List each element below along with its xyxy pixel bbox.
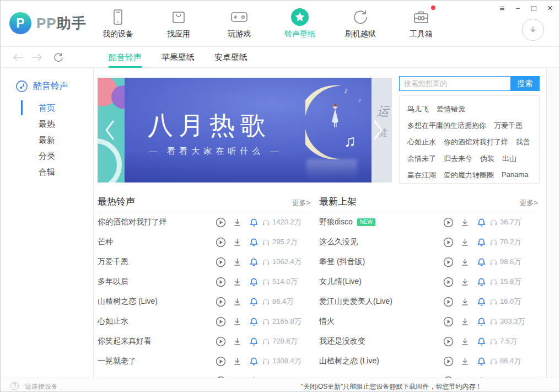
- play-button[interactable]: [212, 277, 229, 287]
- set-ringtone-bell-button[interactable]: [245, 357, 262, 366]
- play-button[interactable]: [212, 356, 229, 367]
- set-ringtone-bell-button[interactable]: [473, 238, 489, 247]
- more-link[interactable]: 更多>: [292, 198, 310, 208]
- sidebar-header-kuyin[interactable]: 酷音铃声: [15, 80, 68, 93]
- sidebar-item-home[interactable]: 首页: [1, 100, 93, 116]
- set-ringtone-bell-button[interactable]: [473, 337, 489, 346]
- download-button[interactable]: [229, 277, 245, 287]
- hot-search-term[interactable]: 余情未了: [407, 154, 436, 164]
- minimize-icon[interactable]: −: [515, 3, 520, 14]
- download-button[interactable]: [229, 357, 245, 366]
- play-button[interactable]: [440, 356, 456, 367]
- nav-item-ringtones-wallpapers[interactable]: 铃声壁纸: [270, 1, 330, 47]
- ringtone-name: 爱江山更爱美人(Live): [319, 297, 392, 307]
- download-button[interactable]: [456, 277, 473, 287]
- set-ringtone-bell-button[interactable]: [245, 238, 262, 247]
- search-button[interactable]: 搜索: [510, 76, 540, 91]
- ringtone-name: 你的酒馆对我打了烊: [98, 217, 167, 227]
- play-button[interactable]: [440, 297, 456, 307]
- download-button[interactable]: [456, 337, 473, 346]
- set-ringtone-bell-button[interactable]: [245, 297, 262, 307]
- forward-icon[interactable]: [31, 53, 42, 61]
- download-manager-button[interactable]: [522, 19, 544, 41]
- banner-carousel[interactable]: 八月热歌 — 看看大家在听什么 — ♪ ♪ ♫ 运 健: [98, 78, 392, 182]
- set-ringtone-bell-button[interactable]: [245, 337, 262, 346]
- download-button[interactable]: [456, 357, 473, 366]
- set-ringtone-bell-button[interactable]: [473, 317, 489, 326]
- download-button[interactable]: [229, 257, 245, 267]
- play-button[interactable]: [212, 316, 229, 327]
- search-input[interactable]: [399, 76, 510, 91]
- set-ringtone-bell-button[interactable]: [473, 257, 489, 267]
- hot-search-term[interactable]: 爱情错觉: [437, 104, 465, 114]
- play-button[interactable]: [212, 237, 229, 248]
- play-button[interactable]: [212, 217, 229, 228]
- set-ringtone-bell-button[interactable]: [245, 257, 262, 267]
- download-button[interactable]: [456, 317, 473, 326]
- download-button[interactable]: [456, 297, 473, 307]
- hot-search-term[interactable]: Panama: [502, 170, 528, 180]
- play-button[interactable]: [440, 316, 456, 327]
- download-button[interactable]: [456, 238, 473, 247]
- close-icon[interactable]: ×: [547, 3, 553, 14]
- download-button[interactable]: [229, 297, 245, 307]
- hot-search-term[interactable]: 归去来兮: [444, 154, 472, 164]
- ringtone-name: 攀登 (抖音版): [319, 257, 365, 267]
- download-button[interactable]: [229, 218, 245, 227]
- set-ringtone-bell-button[interactable]: [473, 357, 489, 366]
- hot-search-term[interactable]: 心如止水: [407, 137, 436, 147]
- ringtone-title: 一晃就老了: [98, 356, 212, 366]
- nav-item-find-apps[interactable]: 找应用: [148, 1, 209, 47]
- carousel-left-arrow[interactable]: [104, 119, 115, 141]
- download-button[interactable]: [229, 238, 245, 247]
- download-button[interactable]: [456, 257, 473, 267]
- hot-search-term[interactable]: 出山: [502, 154, 516, 164]
- play-button[interactable]: [212, 297, 229, 307]
- download-button[interactable]: [229, 337, 245, 346]
- play-button[interactable]: [440, 217, 456, 228]
- back-icon[interactable]: [13, 53, 24, 61]
- help-icon[interactable]: ?: [10, 382, 19, 390]
- download-button[interactable]: [229, 317, 245, 326]
- scrollbar-track[interactable]: [546, 68, 560, 378]
- hot-search-term[interactable]: 鸟儿飞: [407, 104, 429, 114]
- carousel-main-slide[interactable]: 八月热歌 — 看看大家在听什么 — ♪ ♪ ♫: [125, 78, 371, 182]
- hot-search-term[interactable]: 你的酒馆对我打了烊: [444, 137, 508, 147]
- tab-android-wallpapers[interactable]: 安卓壁纸: [214, 47, 247, 68]
- set-ringtone-bell-button[interactable]: [245, 218, 262, 227]
- nav-item-my-device[interactable]: 我的设备: [88, 1, 148, 47]
- play-button[interactable]: [440, 336, 456, 347]
- nav-item-flash-jailbreak[interactable]: 刷机越狱: [330, 1, 391, 47]
- hot-search-term[interactable]: 我曾: [516, 137, 530, 147]
- refresh-icon[interactable]: [53, 52, 63, 62]
- set-ringtone-bell-button[interactable]: [473, 218, 489, 227]
- hot-search-term[interactable]: 伪装: [480, 154, 494, 164]
- set-ringtone-bell-button[interactable]: [473, 277, 489, 287]
- download-button[interactable]: [456, 218, 473, 227]
- tab-apple-wallpapers[interactable]: 苹果壁纸: [161, 47, 195, 68]
- play-button[interactable]: [440, 277, 456, 287]
- sidebar-item-collections[interactable]: 合辑: [1, 164, 93, 180]
- nav-item-play-games[interactable]: 玩游戏: [209, 1, 270, 47]
- play-button[interactable]: [212, 336, 229, 347]
- set-ringtone-bell-button[interactable]: [245, 277, 262, 287]
- set-ringtone-bell-button[interactable]: [245, 317, 262, 326]
- ringtone-title: 攀登 (抖音版): [319, 257, 440, 267]
- maximize-icon[interactable]: □: [531, 3, 536, 14]
- hot-search-term[interactable]: 多想在平庸的生活拥抱你: [407, 121, 486, 131]
- hot-search-term[interactable]: 爱的魔力转圈圈: [444, 170, 494, 180]
- sidebar-item-hottest[interactable]: 最热: [1, 116, 93, 132]
- play-button[interactable]: [440, 257, 456, 267]
- play-button[interactable]: [440, 237, 456, 248]
- play-button[interactable]: [212, 257, 229, 267]
- set-ringtone-bell-button[interactable]: [473, 297, 489, 307]
- tab-kuyin-ringtones[interactable]: 酷音铃声: [109, 47, 142, 68]
- sidebar-item-categories[interactable]: 分类: [1, 148, 93, 164]
- carousel-right-arrow[interactable]: [373, 119, 384, 141]
- sidebar-item-newest[interactable]: 最新: [1, 132, 93, 148]
- menu-icon[interactable]: ≡: [499, 3, 504, 14]
- hot-search-term[interactable]: 赢在江湖: [407, 170, 436, 180]
- hot-search-term[interactable]: 万爱千恩: [494, 121, 523, 131]
- more-link[interactable]: 更多>: [519, 198, 538, 208]
- nav-item-toolbox[interactable]: 工具箱: [391, 1, 451, 47]
